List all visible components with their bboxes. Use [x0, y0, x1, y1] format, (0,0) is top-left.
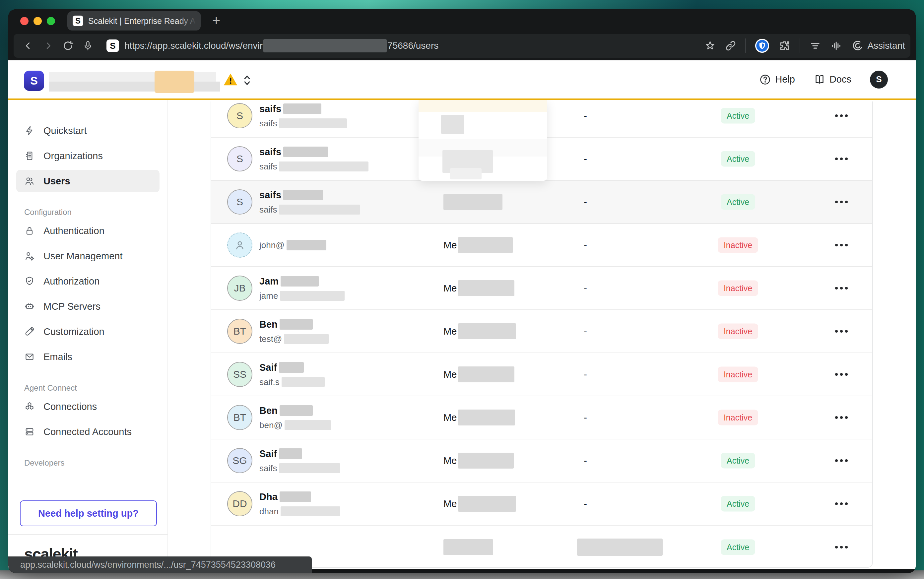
redacted-membership: [458, 409, 515, 425]
user-cell: saifssaifs: [259, 187, 360, 216]
sidebar-item-label: Users: [43, 176, 70, 187]
voice-search-icon[interactable]: [80, 38, 95, 53]
row-menu-button[interactable]: [821, 416, 861, 419]
sidebar-item-customization[interactable]: Customization: [16, 321, 160, 343]
status-badge: Active: [721, 540, 755, 555]
minimize-window-button[interactable]: [33, 17, 42, 25]
sidebar-item-connected-accounts[interactable]: Connected Accounts: [16, 420, 160, 443]
row-menu-button[interactable]: [821, 459, 861, 462]
address-bar[interactable]: https://app.scalekit.cloud/ws/envir 7568…: [124, 39, 438, 52]
table-row[interactable]: SGSaifsaifsMe-Active: [211, 439, 872, 483]
dot: [840, 114, 843, 117]
table-row[interactable]: BTBentest@Me-Inactive: [211, 310, 872, 353]
sidebar-item-emails[interactable]: Emails: [16, 345, 160, 368]
new-tab-button[interactable]: +: [207, 12, 225, 30]
last-signin-cell: -: [566, 326, 605, 337]
forward-button[interactable]: [41, 38, 56, 53]
row-menu-button[interactable]: [821, 373, 861, 376]
help-button[interactable]: Help: [759, 74, 795, 85]
last-signin-cell: -: [566, 154, 605, 165]
user-email: saif.s: [259, 375, 325, 389]
need-help-button[interactable]: Need help setting up?: [20, 500, 157, 526]
dot: [835, 546, 838, 548]
status-badge: Active: [721, 108, 755, 124]
dot: [845, 157, 848, 160]
status-cell: Inactive: [698, 281, 778, 296]
bookmark-star-icon[interactable]: [704, 40, 716, 52]
membership-cell: Me: [443, 409, 515, 425]
table-row[interactable]: SSSaifsaif.sMe-Inactive: [211, 353, 872, 396]
status-cell: Inactive: [698, 237, 778, 253]
last-signin-cell: -: [566, 369, 605, 380]
status-cell: Active: [698, 194, 778, 210]
url-redacted-segment: [263, 39, 387, 52]
status-cell: Active: [698, 496, 778, 512]
status-cell: Active: [698, 151, 778, 167]
user-avatar-menu[interactable]: S: [870, 70, 888, 88]
redacted-membership: [458, 237, 513, 253]
dot: [845, 330, 848, 333]
row-menu-button[interactable]: [821, 114, 861, 117]
back-button[interactable]: [21, 38, 36, 53]
reader-mode-icon[interactable]: [809, 39, 821, 52]
last-signin-cell: -: [566, 283, 605, 294]
assistant-button[interactable]: Assistant: [851, 40, 905, 52]
sidebar-item-label: Emails: [43, 352, 72, 363]
membership-cell: Me: [443, 496, 516, 512]
copy-link-icon[interactable]: [724, 40, 737, 52]
sidebar-item-organizations[interactable]: Organizations: [16, 145, 160, 167]
sidebar-item-quickstart[interactable]: Quickstart: [16, 119, 160, 142]
row-menu-button[interactable]: [821, 502, 861, 505]
last-signin-cell: -: [566, 240, 605, 251]
docs-button[interactable]: Docs: [814, 74, 851, 85]
redacted-name: [283, 147, 328, 157]
workspace-selector-chevrons[interactable]: [240, 73, 254, 88]
status-badge: Active: [721, 496, 755, 512]
user-gear-icon: [24, 251, 35, 261]
last-signin-cell: -: [566, 412, 605, 423]
environment-warning-icon: [223, 73, 238, 87]
docs-label: Docs: [829, 74, 851, 85]
sidebar-item-users[interactable]: Users: [16, 170, 160, 192]
building-icon: [24, 150, 35, 161]
user-email: test@: [259, 332, 329, 346]
row-menu-button[interactable]: [821, 201, 861, 203]
scalekit-logo: S: [24, 70, 44, 91]
table-row[interactable]: john@Me-Inactive: [211, 224, 872, 267]
sidebar-item-mcp-servers[interactable]: MCP Servers: [16, 295, 160, 318]
status-cell: Active: [698, 108, 778, 124]
row-avatar-placeholder-icon: [227, 232, 252, 258]
sidebar-item-connections[interactable]: Connections: [16, 395, 160, 418]
lock-icon: [24, 226, 35, 236]
browser-tab-bar: S Scalekit | Enterprise Ready A +: [8, 9, 916, 33]
users-page: Ssaifssaifs-ActiveSsaifssaifs-ActiveSsai…: [168, 100, 916, 569]
user-name: saifs: [259, 144, 368, 160]
site-favicon: S: [106, 39, 119, 52]
row-menu-button[interactable]: [821, 244, 861, 246]
dot: [840, 157, 843, 160]
table-row[interactable]: BTBenben@Me-Inactive: [211, 396, 872, 439]
password-manager-extension-icon[interactable]: [754, 38, 770, 53]
table-row[interactable]: JBJamjameMe-Inactive: [211, 267, 872, 310]
row-menu-button[interactable]: [821, 330, 861, 333]
dot: [845, 416, 848, 419]
table-row[interactable]: Ssaifssaifs-Active: [211, 181, 872, 224]
row-menu-button[interactable]: [821, 546, 861, 548]
extensions-puzzle-icon[interactable]: [778, 39, 791, 52]
audio-waveform-icon[interactable]: [830, 39, 843, 52]
dot: [835, 416, 838, 419]
sidebar-item-authentication[interactable]: Authentication: [16, 219, 160, 242]
fullscreen-window-button[interactable]: [47, 17, 55, 25]
sidebar-item-authorization[interactable]: Authorization: [16, 270, 160, 293]
browser-tab[interactable]: S Scalekit | Enterprise Ready A: [67, 11, 201, 31]
user-name: john@: [259, 238, 326, 252]
membership-cell: Me: [443, 280, 514, 296]
row-menu-button[interactable]: [821, 287, 861, 290]
close-window-button[interactable]: [20, 17, 28, 25]
reload-button[interactable]: [61, 38, 75, 53]
row-avatar: JB: [227, 276, 252, 301]
table-row[interactable]: DDDhadhanMe-Active: [211, 483, 872, 526]
user-cell: Saifsaifs: [259, 446, 340, 475]
sidebar-item-user-management[interactable]: User Management: [16, 245, 160, 267]
row-menu-button[interactable]: [821, 157, 861, 160]
